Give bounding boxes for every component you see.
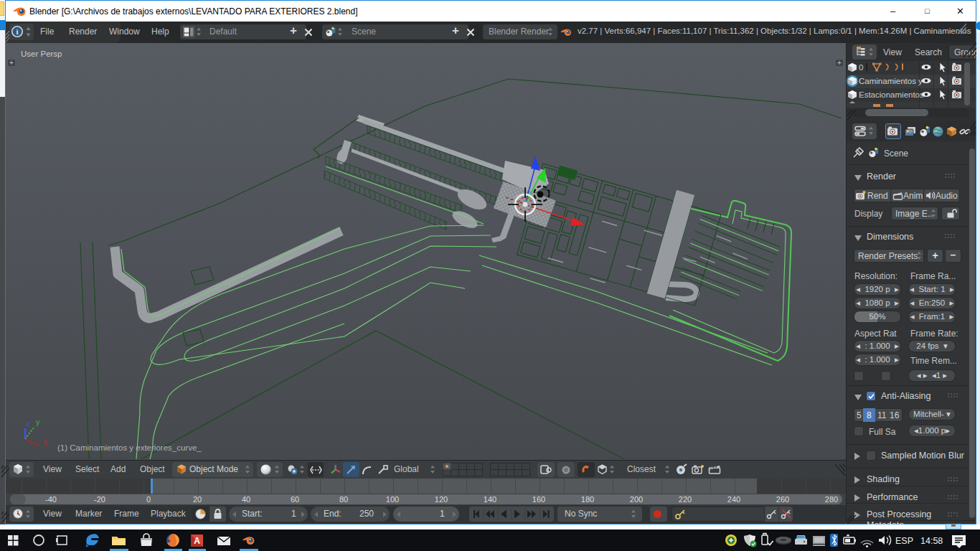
svg-text:180: 180	[581, 495, 594, 504]
svg-text:Caminamientos y: Caminamientos y	[859, 77, 923, 85]
svg-text:80: 80	[339, 495, 348, 504]
svg-text:20: 20	[193, 495, 202, 504]
svg-text:60: 60	[291, 495, 299, 504]
svg-text:14:58: 14:58	[920, 536, 943, 546]
svg-text:0: 0	[859, 63, 863, 72]
svg-text:120: 120	[435, 495, 448, 504]
svg-text:280: 280	[825, 495, 838, 504]
svg-text:ESP: ESP	[895, 536, 913, 546]
svg-text:-40: -40	[45, 495, 57, 504]
svg-text:(1) Caminamientos y exteriores: (1) Caminamientos y exteriores_curve_	[57, 443, 202, 452]
svg-text:220: 220	[679, 495, 692, 504]
svg-text:200: 200	[630, 495, 643, 504]
svg-text:User Persp: User Persp	[21, 50, 62, 58]
svg-text:240: 240	[727, 495, 740, 504]
svg-text:160: 160	[532, 495, 545, 504]
svg-text:x: x	[43, 438, 47, 446]
svg-text:y: y	[36, 418, 40, 426]
svg-text:Estacionamientos: Estacionamientos	[859, 90, 924, 99]
svg-text:i: i	[16, 27, 18, 36]
svg-text:40: 40	[242, 495, 250, 504]
svg-text:100: 100	[386, 495, 399, 504]
svg-text:0: 0	[146, 495, 151, 504]
svg-text:z: z	[27, 419, 31, 428]
svg-text:-20: -20	[94, 495, 105, 504]
svg-text:260: 260	[776, 495, 789, 504]
svg-text:140: 140	[484, 495, 496, 504]
svg-text:A: A	[194, 536, 200, 546]
